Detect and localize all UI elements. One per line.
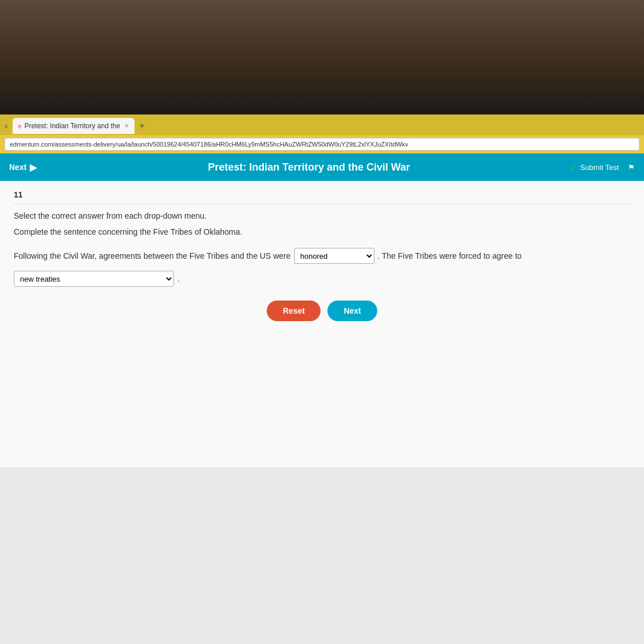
- sentence-line-1: Following the Civil War, agreements betw…: [14, 248, 630, 264]
- next-button[interactable]: Next: [327, 301, 377, 321]
- nav-next-arrow-icon: ▶: [30, 162, 37, 173]
- address-bar: [0, 135, 644, 153]
- sentence-line-2: new treaties land cessions new borders e…: [14, 271, 630, 287]
- tab-close-prev[interactable]: x: [5, 123, 8, 129]
- new-tab-button[interactable]: +: [136, 120, 149, 132]
- nav-next-button[interactable]: Next ▶: [9, 162, 37, 173]
- tab-bar: x e Pretest: Indian Territory and the × …: [0, 114, 644, 135]
- nav-next-label: Next: [9, 163, 26, 172]
- dropdown-1[interactable]: honored renegotiated cancelled ignored: [294, 248, 374, 264]
- sentence-part1: Following the Civil War, agreements betw…: [14, 248, 291, 264]
- content-area: 11 Select the correct answer from each d…: [0, 181, 644, 467]
- reset-button[interactable]: Reset: [267, 301, 321, 321]
- flag-button[interactable]: ⚑: [628, 163, 635, 172]
- browser-chrome: x e Pretest: Indian Territory and the × …: [0, 114, 644, 153]
- submit-label: Submit Test: [580, 163, 619, 172]
- submit-check-icon: ✓: [570, 162, 577, 173]
- instruction-text: Select the correct answer from each drop…: [14, 211, 630, 220]
- active-tab[interactable]: e Pretest: Indian Territory and the ×: [13, 118, 135, 134]
- bottom-area: [0, 467, 644, 644]
- submit-test-button[interactable]: ✓ Submit Test: [570, 162, 619, 173]
- flag-icon: ⚑: [628, 163, 635, 172]
- page-title: Pretest: Indian Territory and the Civil …: [48, 161, 570, 173]
- tab-label: Pretest: Indian Territory and the: [25, 122, 120, 130]
- tab-favicon-icon: e: [18, 123, 22, 129]
- dropdown-2[interactable]: new treaties land cessions new borders e…: [14, 271, 174, 287]
- desktop-bezel: [0, 0, 644, 114]
- sentence-part2: . The Five Tribes were forced to agree t…: [378, 248, 522, 264]
- sentence-period: .: [177, 274, 180, 283]
- tab-close-icon[interactable]: ×: [125, 122, 129, 130]
- button-row: Reset Next: [14, 301, 630, 321]
- question-number: 11: [14, 190, 630, 204]
- address-input[interactable]: [5, 138, 639, 151]
- complete-text: Complete the sentence concerning the Fiv…: [14, 227, 630, 236]
- app-header: Next ▶ Pretest: Indian Territory and the…: [0, 153, 644, 181]
